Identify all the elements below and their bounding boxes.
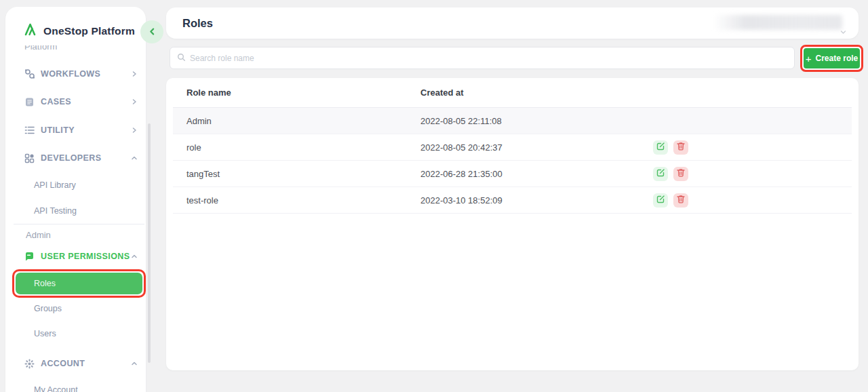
sidebar-item-workflows[interactable]: WORKFLOWS: [5, 66, 146, 81]
table-row[interactable]: role 2022-08-05 20:42:37: [173, 134, 852, 161]
plus-icon: +: [806, 54, 812, 64]
sidebar-item-label: WORKFLOWS: [41, 69, 100, 79]
sidebar-item-utility[interactable]: UTILITY: [5, 123, 146, 138]
sidebar: OneStop Platform Platform WORKFLOWS: [5, 7, 146, 392]
sidebar-item-label: USER PERMISSIONS: [41, 252, 130, 261]
search-box: [170, 47, 795, 69]
sidebar-item-developers[interactable]: DEVELOPERS: [5, 151, 146, 165]
sidebar-divider: [14, 224, 144, 224]
sidebar-item-label: UTILITY: [41, 125, 75, 135]
edit-role-button[interactable]: [653, 140, 668, 155]
workflow-icon: [24, 68, 36, 79]
page-title: Roles: [182, 7, 213, 39]
brand: OneStop Platform: [24, 23, 135, 39]
table-row[interactable]: tangTest 2022-06-28 21:35:00: [173, 161, 852, 187]
page-header: Roles: [166, 7, 859, 39]
sidebar-item-label: DEVELOPERS: [41, 153, 101, 163]
column-header-created-at: Created at: [407, 87, 641, 98]
sidebar-collapse-button[interactable]: [140, 20, 163, 43]
created-at-cell: 2022-08-05 20:42:37: [407, 142, 641, 153]
sidebar-item-api-testing[interactable]: API Testing: [34, 204, 77, 218]
delete-role-button[interactable]: [673, 167, 688, 181]
chevron-left-icon: [149, 27, 156, 37]
annotation-highlight-roles: Roles: [12, 269, 146, 298]
roles-content-card: Role name Created at Admin 2022-08-05 22…: [166, 78, 859, 370]
utility-icon: [24, 125, 36, 135]
sidebar-item-cases[interactable]: CASES: [5, 94, 146, 109]
sidebar-item-api-library[interactable]: API Library: [34, 178, 76, 192]
role-name-cell: test-role: [173, 195, 407, 205]
create-role-button[interactable]: + Create role: [804, 48, 860, 68]
sidebar-item-label: CASES: [41, 97, 71, 106]
created-at-cell: 2022-06-28 21:35:00: [407, 169, 641, 179]
sidebar-group-label-admin: Admin: [26, 230, 51, 240]
role-name-cell: tangTest: [173, 169, 407, 179]
row-actions: [641, 167, 852, 181]
search-input[interactable]: [190, 54, 794, 63]
delete-role-button[interactable]: [673, 193, 688, 208]
sidebar-item-label: ACCOUNT: [41, 359, 85, 368]
role-name-cell: role: [173, 142, 407, 153]
chevron-right-icon: [131, 127, 138, 134]
brand-logo-icon: [24, 23, 38, 39]
edit-role-button[interactable]: [653, 193, 668, 208]
sidebar-item-groups[interactable]: Groups: [34, 302, 62, 315]
chat-bubble-icon: [24, 252, 36, 262]
trash-icon: [677, 142, 685, 153]
row-actions: [641, 140, 852, 155]
roles-table: Role name Created at Admin 2022-08-05 22…: [173, 78, 852, 214]
chevron-right-icon: [131, 71, 138, 77]
chevron-up-icon: [131, 360, 138, 367]
chevron-up-icon: [131, 253, 138, 260]
gear-icon: [24, 359, 36, 369]
chevron-down-icon[interactable]: [840, 25, 846, 37]
trash-icon: [677, 168, 685, 179]
table-body: Admin 2022-08-05 22:11:08 role 2022-08-0…: [173, 108, 852, 214]
edit-icon: [656, 168, 665, 179]
sidebar-item-users[interactable]: Users: [34, 327, 56, 340]
created-at-cell: 2022-03-10 18:52:09: [407, 195, 641, 205]
table-row[interactable]: Admin 2022-08-05 22:11:08: [173, 108, 852, 134]
brand-name: OneStop Platform: [43, 25, 135, 37]
role-name-cell: Admin: [173, 116, 407, 126]
developers-icon: [24, 153, 36, 163]
edit-icon: [656, 142, 665, 153]
edit-icon: [656, 195, 665, 205]
trash-icon: [677, 195, 685, 205]
column-header-role-name: Role name: [173, 87, 407, 98]
edit-role-button[interactable]: [653, 167, 668, 181]
delete-role-button[interactable]: [673, 140, 688, 155]
create-role-label: Create role: [816, 54, 859, 63]
search-icon: [177, 52, 186, 64]
sidebar-group-label-platform: Platform: [24, 45, 57, 54]
sidebar-item-user-permissions[interactable]: USER PERMISSIONS: [5, 249, 146, 264]
table-header-row: Role name Created at: [173, 78, 852, 108]
sidebar-item-account[interactable]: ACCOUNT: [5, 356, 146, 371]
row-actions: [641, 193, 852, 208]
sidebar-item-label: Roles: [34, 279, 56, 288]
chevron-right-icon: [131, 98, 138, 105]
annotation-highlight-create-role: + Create role: [800, 45, 863, 72]
sidebar-scrollbar[interactable]: [148, 123, 151, 363]
sidebar-item-roles[interactable]: Roles: [16, 273, 142, 294]
chevron-up-icon: [131, 155, 138, 161]
created-at-cell: 2022-08-05 22:11:08: [407, 116, 641, 126]
cases-icon: [24, 97, 36, 107]
sidebar-item-my-account[interactable]: My Account: [34, 383, 78, 392]
table-row[interactable]: test-role 2022-03-10 18:52:09: [173, 187, 852, 214]
redacted-user-info: [713, 15, 842, 30]
